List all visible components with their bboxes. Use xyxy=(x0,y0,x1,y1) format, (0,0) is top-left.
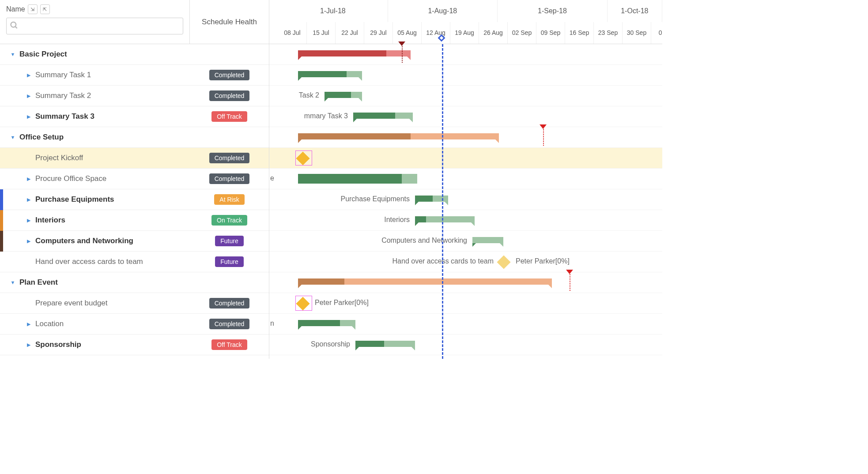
today-line xyxy=(442,44,443,359)
task-name: Prepare event budget xyxy=(35,299,108,308)
svg-marker-3 xyxy=(540,124,547,129)
name-column-label: Name xyxy=(6,5,25,13)
expand-icon[interactable]: ⇱ xyxy=(40,4,50,14)
deadline-line xyxy=(402,46,403,63)
week-cell[interactable]: 23 Sep xyxy=(594,22,623,44)
chevron-right-icon[interactable]: ▶ xyxy=(26,114,32,120)
task-name: Location xyxy=(35,320,64,328)
chevron-down-icon[interactable]: ▼ xyxy=(10,135,16,140)
health-badge: Completed xyxy=(209,173,250,184)
task-name: Summary Task 2 xyxy=(35,91,91,100)
category-marker xyxy=(0,189,3,210)
task-row[interactable]: ▶Summary Task 3Off Track xyxy=(0,106,269,127)
week-cell[interactable]: 22 Jul xyxy=(336,22,364,44)
task-row[interactable]: ▶Prepare event budgetCompleted xyxy=(0,293,269,314)
gantt-row[interactable] xyxy=(269,65,662,86)
gantt-row[interactable]: Computers and Networking xyxy=(269,231,662,252)
week-cell[interactable]: 30 Sep xyxy=(623,22,651,44)
gantt-row[interactable]: mmary Task 3 xyxy=(269,106,662,127)
month-cell: 1-Jul-18 xyxy=(278,0,388,22)
gantt-row[interactable]: Hand over access cards to teamPeter Park… xyxy=(269,252,662,272)
month-cell: 1-Sep-18 xyxy=(498,0,608,22)
task-list-panel: Name ⇲ ⇱ Schedule Health ▼Basic Project▶… xyxy=(0,0,269,359)
health-badge: Completed xyxy=(209,70,250,80)
task-row[interactable]: ▶Project KickoffCompleted xyxy=(0,148,269,169)
task-row[interactable]: ▼Basic Project xyxy=(0,44,269,65)
week-cell[interactable]: 12 Aug xyxy=(422,22,450,44)
gantt-row[interactable]: e xyxy=(269,169,662,189)
task-name: Office Setup xyxy=(19,133,64,142)
task-row[interactable]: ▶Procure Office SpaceCompleted xyxy=(0,169,269,189)
milestone-icon[interactable] xyxy=(497,255,510,269)
task-name: Computers and Networking xyxy=(35,237,133,245)
week-cell[interactable]: 07 O xyxy=(651,22,662,44)
task-row[interactable]: ▶Summary Task 1Completed xyxy=(0,65,269,86)
week-cell[interactable]: 16 Sep xyxy=(565,22,594,44)
chevron-right-icon[interactable]: ▶ xyxy=(26,93,32,99)
chevron-right-icon[interactable]: ▶ xyxy=(26,176,32,182)
task-name: Hand over access cards to team xyxy=(35,257,143,266)
category-marker xyxy=(0,210,3,231)
task-row[interactable]: ▶Purchase EquipmentsAt Risk xyxy=(0,189,269,210)
health-badge: Future xyxy=(215,256,243,267)
task-name: Purchase Equipments xyxy=(35,195,114,204)
gantt-row[interactable]: Task 2 xyxy=(269,86,662,106)
chevron-right-icon[interactable]: ▶ xyxy=(26,197,32,203)
chevron-right-icon[interactable]: ▶ xyxy=(26,72,32,78)
task-row[interactable]: ▼Office Setup xyxy=(0,127,269,148)
health-badge: Off Track xyxy=(211,339,247,350)
task-name: Sponsorship xyxy=(35,340,81,349)
week-cell[interactable]: 26 Aug xyxy=(479,22,508,44)
category-marker xyxy=(0,231,3,252)
bar-label: Task 2 xyxy=(299,91,319,99)
task-name: Basic Project xyxy=(19,50,67,59)
task-row[interactable]: ▼Plan Event xyxy=(0,272,269,293)
task-row[interactable]: ▶InteriorsOn Track xyxy=(0,210,269,231)
task-row[interactable]: ▶SponsorshipOff Track xyxy=(0,335,269,355)
gantt-row[interactable] xyxy=(269,272,662,293)
bar-label: mmary Task 3 xyxy=(304,112,348,120)
gantt-row[interactable]: Interiors xyxy=(269,210,662,231)
chevron-right-icon[interactable]: ▶ xyxy=(26,321,32,327)
chevron-down-icon[interactable]: ▼ xyxy=(10,280,16,285)
week-cell[interactable]: 05 Aug xyxy=(393,22,422,44)
gantt-panel: 1-Jul-181-Aug-181-Sep-181-Oct-18 08 Jul1… xyxy=(269,0,662,359)
bar-label: Sponsorship xyxy=(311,340,350,348)
week-cell[interactable]: 29 Jul xyxy=(364,22,393,44)
task-row[interactable]: ▶LocationCompleted xyxy=(0,314,269,335)
week-cell[interactable]: 02 Sep xyxy=(508,22,536,44)
task-row[interactable]: ▶Computers and NetworkingFuture xyxy=(0,231,269,252)
task-row[interactable]: ▶Hand over access cards to teamFuture xyxy=(0,252,269,272)
health-badge: At Risk xyxy=(214,194,244,205)
gantt-row[interactable]: n xyxy=(269,314,662,335)
gantt-row[interactable] xyxy=(269,127,662,148)
gantt-row[interactable]: Sponsorship xyxy=(269,335,662,355)
gantt-row[interactable] xyxy=(269,148,662,169)
bar-label: n xyxy=(270,320,274,327)
bar-label: Purchase Equipments xyxy=(340,195,410,203)
search-icon xyxy=(10,21,19,31)
svg-line-1 xyxy=(15,26,17,28)
collapse-icon[interactable]: ⇲ xyxy=(28,4,38,14)
chevron-right-icon[interactable]: ▶ xyxy=(26,342,32,348)
chevron-right-icon[interactable]: ▶ xyxy=(26,238,32,244)
health-column-label: Schedule Health xyxy=(190,0,269,44)
task-name: Project Kickoff xyxy=(35,154,83,162)
search-input[interactable] xyxy=(6,18,183,34)
svg-marker-4 xyxy=(566,270,573,274)
health-badge: Off Track xyxy=(211,111,247,122)
task-name: Summary Task 3 xyxy=(35,112,94,121)
task-row[interactable]: ▶Summary Task 2Completed xyxy=(0,86,269,106)
gantt-row[interactable] xyxy=(269,44,662,65)
gantt-row[interactable]: Peter Parker[0%] xyxy=(269,293,662,314)
health-badge: Completed xyxy=(209,319,250,329)
week-cell[interactable]: 19 Aug xyxy=(450,22,479,44)
task-name: Interiors xyxy=(35,216,65,225)
week-cell[interactable]: 08 Jul xyxy=(278,22,307,44)
bar-label: e xyxy=(270,174,274,182)
week-cell[interactable]: 15 Jul xyxy=(307,22,336,44)
gantt-row[interactable]: Purchase Equipments xyxy=(269,189,662,210)
chevron-down-icon[interactable]: ▼ xyxy=(10,52,16,57)
chevron-right-icon[interactable]: ▶ xyxy=(26,218,32,223)
week-cell[interactable]: 09 Sep xyxy=(536,22,565,44)
